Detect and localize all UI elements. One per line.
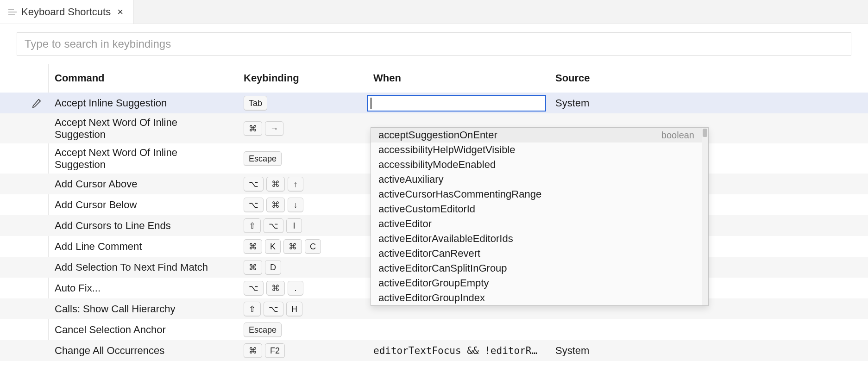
key-cap: ⌥ bbox=[244, 177, 264, 192]
dropdown-item-label: activeCursorHasCommentingRange bbox=[378, 188, 541, 200]
dropdown-item-label: activeEditorCanRevert bbox=[378, 248, 480, 260]
key-cap: ⌥ bbox=[244, 198, 264, 212]
dropdown-item-label: activeEditorAvailableEditorIds bbox=[378, 233, 513, 245]
when-cell[interactable] bbox=[367, 306, 549, 312]
dropdown-item-label: accessibilityHelpWidgetVisible bbox=[378, 144, 516, 156]
table-row[interactable]: Change All Occurrences⌘F2editorTextFocus… bbox=[0, 340, 868, 361]
key-cap: ⌘ bbox=[266, 177, 285, 192]
keybinding-cell: Escape bbox=[237, 149, 367, 169]
keybinding-cell: ⌘K⌘C bbox=[237, 236, 367, 257]
dropdown-item[interactable]: activeEditor bbox=[371, 217, 702, 231]
dropdown-item[interactable]: activeCursorHasCommentingRange bbox=[371, 187, 702, 202]
command-cell: Accept Next Word Of Inline Suggestion bbox=[48, 114, 237, 143]
keybinding-cell: ⌘D bbox=[237, 257, 367, 278]
col-keybinding[interactable]: Keybinding bbox=[237, 68, 367, 88]
keybinding-cell: ⇧⌥I bbox=[237, 216, 367, 236]
search-container bbox=[0, 32, 868, 64]
command-cell: Add Cursor Above bbox=[48, 175, 237, 193]
dropdown-list: acceptSuggestionOnEnterbooleanaccessibil… bbox=[371, 128, 702, 305]
close-icon[interactable]: × bbox=[115, 5, 125, 19]
command-cell: Add Cursor Below bbox=[48, 196, 237, 214]
command-cell: Change All Occurrences bbox=[48, 342, 237, 360]
command-cell: Accept Inline Suggestion bbox=[48, 94, 237, 112]
command-cell: Add Line Comment bbox=[48, 238, 237, 255]
search-input[interactable] bbox=[17, 32, 851, 56]
source-cell bbox=[549, 306, 716, 312]
keybinding-cell: Tab bbox=[237, 93, 367, 113]
tab-bar: Keyboard Shortcuts × bbox=[0, 0, 868, 24]
dropdown-item[interactable]: activeEditorCanRevert bbox=[371, 246, 702, 261]
source-cell: System bbox=[549, 342, 716, 360]
key-cap: ⌥ bbox=[244, 281, 264, 296]
keybinding-cell: ⌥⌘. bbox=[237, 278, 367, 298]
key-cap: ⌘ bbox=[266, 198, 285, 212]
dropdown-item[interactable]: activeEditorGroupEmpty bbox=[371, 276, 702, 291]
keybinding-cell: ⌘F2 bbox=[237, 341, 367, 361]
source-cell: System bbox=[549, 94, 716, 112]
when-cell[interactable] bbox=[367, 94, 549, 112]
dropdown-item-label: accessibilityModeEnabled bbox=[378, 159, 496, 171]
dropdown-item-label: activeEditorCanSplitInGroup bbox=[378, 262, 507, 274]
keybinding-cell: Escape bbox=[237, 320, 367, 340]
pencil-icon[interactable] bbox=[31, 98, 42, 108]
tab-keyboard-shortcuts[interactable]: Keyboard Shortcuts × bbox=[0, 0, 134, 24]
key-cap: ⌘ bbox=[244, 343, 262, 358]
dropdown-item[interactable]: activeEditorGroupIndex bbox=[371, 291, 702, 305]
key-cap: ⌘ bbox=[244, 121, 262, 136]
key-cap: ⇧ bbox=[244, 302, 261, 316]
keybindings-table: Command Keybinding When Source Accept In… bbox=[0, 64, 868, 361]
content-area: Command Keybinding When Source Accept In… bbox=[0, 24, 868, 361]
key-cap: D bbox=[265, 260, 281, 275]
command-cell: Add Selection To Next Find Match bbox=[48, 259, 237, 276]
key-cap: ↑ bbox=[288, 177, 303, 192]
dropdown-item[interactable]: accessibilityModeEnabled bbox=[371, 157, 702, 172]
col-source[interactable]: Source bbox=[549, 68, 716, 88]
command-cell: Calls: Show Call Hierarchy bbox=[48, 300, 237, 318]
key-cap: I bbox=[286, 218, 302, 233]
dropdown-item[interactable]: activeAuxiliary bbox=[371, 172, 702, 187]
dropdown-item[interactable]: activeEditorAvailableEditorIds bbox=[371, 231, 702, 246]
source-cell bbox=[549, 327, 716, 333]
col-when[interactable]: When bbox=[367, 68, 549, 88]
table-header: Command Keybinding When Source bbox=[0, 64, 868, 93]
key-cap: H bbox=[286, 302, 302, 316]
key-cap: ⌥ bbox=[264, 218, 283, 233]
keybinding-cell: ⌥⌘↑ bbox=[237, 174, 367, 194]
command-cell: Accept Next Word Of Inline Suggestion bbox=[48, 144, 237, 174]
key-cap: → bbox=[265, 121, 283, 136]
keyboard-shortcuts-tab-icon bbox=[8, 9, 17, 15]
dropdown-item-label: activeCustomEditorId bbox=[378, 203, 475, 215]
key-cap: ⇧ bbox=[244, 218, 261, 233]
dropdown-item[interactable]: accessibilityHelpWidgetVisible bbox=[371, 143, 702, 157]
key-cap: C bbox=[305, 239, 321, 254]
key-cap: K bbox=[265, 239, 281, 254]
dropdown-item[interactable]: acceptSuggestionOnEnterboolean bbox=[371, 128, 702, 143]
dropdown-item-type: boolean bbox=[661, 130, 694, 141]
dropdown-item-label: activeAuxiliary bbox=[378, 174, 444, 186]
command-cell: Auto Fix... bbox=[48, 279, 237, 297]
key-cap: ↓ bbox=[288, 198, 303, 212]
when-suggest-dropdown[interactable]: acceptSuggestionOnEnterbooleanaccessibil… bbox=[371, 127, 709, 306]
dropdown-item-label: activeEditor bbox=[378, 218, 432, 230]
col-command[interactable]: Command bbox=[48, 68, 237, 88]
command-cell: Cancel Selection Anchor bbox=[48, 321, 237, 339]
key-cap: ⌥ bbox=[264, 302, 283, 316]
dropdown-item[interactable]: activeCustomEditorId bbox=[371, 202, 702, 217]
dropdown-item-label: activeEditorGroupIndex bbox=[378, 292, 485, 304]
dropdown-item[interactable]: activeEditorCanSplitInGroup bbox=[371, 261, 702, 276]
when-cell[interactable] bbox=[367, 327, 549, 333]
scrollbar-thumb[interactable] bbox=[703, 129, 707, 137]
key-cap: Tab bbox=[244, 96, 267, 111]
key-cap: Escape bbox=[244, 322, 282, 337]
when-cell[interactable]: editorTextFocus && !editorReado… bbox=[367, 342, 549, 359]
dropdown-scrollbar[interactable] bbox=[702, 128, 708, 305]
table-row[interactable]: Accept Inline SuggestionTabSystem bbox=[0, 93, 868, 113]
keybinding-cell: ⇧⌥H bbox=[237, 299, 367, 319]
keybinding-cell: ⌘→ bbox=[237, 118, 367, 139]
dropdown-item-label: acceptSuggestionOnEnter bbox=[378, 129, 497, 141]
table-row[interactable]: Cancel Selection AnchorEscape bbox=[0, 319, 868, 340]
when-input[interactable] bbox=[367, 95, 546, 112]
key-cap: ⌘ bbox=[244, 260, 262, 275]
key-cap: . bbox=[288, 281, 303, 296]
key-cap: F2 bbox=[265, 343, 285, 358]
